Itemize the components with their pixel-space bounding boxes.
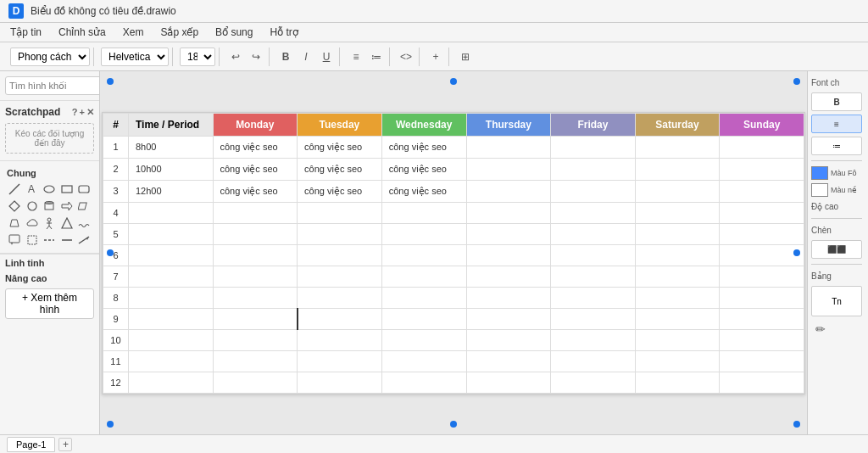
canvas-area[interactable]: # Time / Period Monday Tuesday Wednesday…	[100, 71, 807, 434]
cell-num-9[interactable]: 9	[103, 308, 129, 329]
cell-saturday-4[interactable]	[635, 202, 720, 223]
underline-button[interactable]: U	[317, 48, 336, 66]
handle-top-right[interactable]	[793, 78, 800, 85]
cell-tuesday-5[interactable]	[298, 223, 382, 244]
cell-time-6[interactable]	[128, 244, 213, 266]
table-icon-button[interactable]: Tn	[811, 286, 862, 316]
bullets-button[interactable]: ≔	[367, 48, 386, 66]
cell-time-11[interactable]	[128, 350, 213, 372]
cell-sunday-12[interactable]	[720, 372, 804, 393]
cell-friday-12[interactable]	[551, 372, 636, 393]
cell-time-5[interactable]	[128, 223, 213, 244]
cell-num-12[interactable]: 12	[103, 372, 129, 393]
view-more-button[interactable]: + Xem thêm hình	[5, 288, 94, 319]
cell-wednesday-10[interactable]	[381, 329, 466, 350]
cell-thursday-6[interactable]	[466, 244, 551, 266]
cell-monday-11[interactable]	[213, 350, 298, 372]
cell-num-4[interactable]: 4	[103, 202, 129, 223]
redo-button[interactable]: ↪	[247, 48, 265, 66]
shape-rect[interactable]	[59, 182, 75, 197]
cell-friday-3[interactable]	[551, 180, 636, 202]
cell-num-3[interactable]: 3	[103, 180, 129, 202]
cell-wednesday-2[interactable]: công việc seo	[381, 158, 466, 180]
shape-bracket[interactable]	[25, 232, 40, 248]
cell-sunday-6[interactable]	[720, 244, 804, 266]
shape-line[interactable]	[7, 182, 22, 197]
cell-tuesday-3[interactable]: công việc seo	[298, 180, 382, 202]
search-input[interactable]	[5, 76, 100, 95]
cell-sunday-9[interactable]	[720, 308, 804, 329]
cell-wednesday-12[interactable]	[381, 372, 466, 393]
cell-tuesday-4[interactable]	[298, 202, 382, 223]
menu-extras[interactable]: Bổ sung	[212, 25, 256, 40]
cell-num-7[interactable]: 7	[103, 266, 129, 287]
cell-wednesday-8[interactable]	[381, 287, 466, 308]
shape-cloud[interactable]	[25, 215, 40, 231]
insert-area[interactable]: ⬛⬛	[811, 240, 862, 259]
cell-monday-9[interactable]	[213, 308, 298, 329]
handle-mid-left[interactable]	[107, 249, 114, 256]
cell-thursday-4[interactable]	[466, 202, 551, 223]
shape-cylinder[interactable]	[42, 199, 57, 214]
cell-time-2[interactable]: 10h00	[128, 158, 213, 180]
cell-wednesday-1[interactable]: công việc seo	[381, 136, 466, 158]
cell-saturday-6[interactable]	[635, 244, 720, 266]
fill-color-box[interactable]	[811, 166, 828, 180]
cell-thursday-10[interactable]	[466, 329, 551, 350]
cell-monday-3[interactable]: công việc seo	[213, 180, 298, 202]
page-tab[interactable]: Page-1	[7, 437, 55, 452]
handle-top-center[interactable]	[450, 78, 457, 85]
menu-file[interactable]: Tập tin	[7, 25, 45, 40]
cell-sunday-4[interactable]	[720, 202, 804, 223]
layout-select[interactable]: Phong cách	[10, 48, 90, 66]
cell-num-1[interactable]: 1	[103, 136, 129, 158]
cell-friday-4[interactable]	[551, 202, 636, 223]
cell-sunday-3[interactable]	[720, 180, 804, 202]
cell-monday-8[interactable]	[213, 287, 298, 308]
italic-button[interactable]: I	[297, 48, 315, 66]
cell-monday-7[interactable]	[213, 266, 298, 287]
cell-tuesday-8[interactable]	[298, 287, 382, 308]
font-size-select[interactable]: 18	[180, 48, 215, 66]
right-list-button[interactable]: ≔	[811, 137, 862, 155]
shape-arrow-right[interactable]	[59, 199, 75, 214]
cell-thursday-5[interactable]	[466, 223, 551, 244]
cell-sunday-7[interactable]	[720, 266, 804, 287]
align-button[interactable]: ≡	[347, 48, 365, 66]
cell-tuesday-11[interactable]	[298, 350, 382, 372]
cell-sunday-11[interactable]	[720, 350, 804, 372]
cell-saturday-3[interactable]	[635, 180, 720, 202]
cell-tuesday-7[interactable]	[298, 266, 382, 287]
cell-friday-2[interactable]	[551, 158, 636, 180]
cell-monday-1[interactable]: công việc seo	[213, 136, 298, 158]
cell-friday-9[interactable]	[551, 308, 636, 329]
cell-friday-5[interactable]	[551, 223, 636, 244]
cell-friday-8[interactable]	[551, 287, 636, 308]
right-align-button[interactable]: ≡	[811, 115, 862, 133]
cell-wednesday-3[interactable]: công việc seo	[381, 180, 466, 202]
menu-help[interactable]: Hỗ trợ	[266, 25, 301, 40]
cell-monday-2[interactable]: công việc seo	[213, 158, 298, 180]
cell-thursday-8[interactable]	[466, 287, 551, 308]
cell-wednesday-5[interactable]	[381, 223, 466, 244]
cell-num-2[interactable]: 2	[103, 158, 129, 180]
cell-thursday-3[interactable]	[466, 180, 551, 202]
shape-dashed-line[interactable]	[42, 232, 57, 248]
pencil-button[interactable]: ✏	[811, 320, 830, 338]
cell-saturday-12[interactable]	[635, 372, 720, 393]
cell-thursday-1[interactable]	[466, 136, 551, 158]
shape-diagonal[interactable]	[59, 232, 75, 248]
cell-friday-7[interactable]	[551, 266, 636, 287]
add-page-button[interactable]: +	[58, 438, 72, 451]
handle-bottom-right[interactable]	[793, 421, 800, 428]
cell-monday-10[interactable]	[213, 329, 298, 350]
shape-trapezoid[interactable]	[7, 215, 22, 231]
cell-monday-12[interactable]	[213, 372, 298, 393]
handle-top-left[interactable]	[107, 78, 114, 85]
cell-sunday-2[interactable]	[720, 158, 804, 180]
cell-thursday-7[interactable]	[466, 266, 551, 287]
cell-friday-1[interactable]	[551, 136, 636, 158]
cell-time-1[interactable]: 8h00	[128, 136, 213, 158]
cell-time-10[interactable]	[128, 329, 213, 350]
cell-tuesday-9[interactable]	[298, 308, 382, 329]
